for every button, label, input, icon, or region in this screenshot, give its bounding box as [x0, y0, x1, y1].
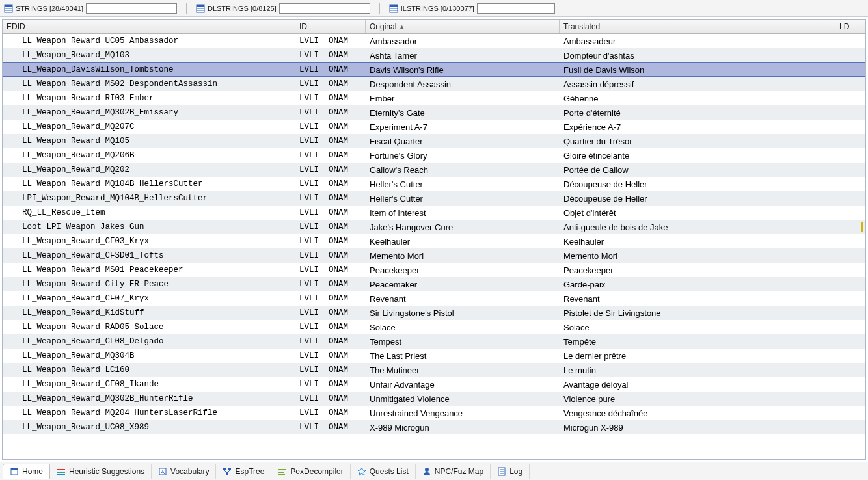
cell-edid: LL_Weapon_Reward_LC160: [3, 363, 295, 377]
cell-edid: LL_Weapon_Reward_RAD05_Solace: [3, 320, 295, 334]
table-row[interactable]: LL_Weapon_Reward_MS01_PeacekeeperLVLI ON…: [3, 263, 865, 277]
cell-edid: LL_Weapon_DavisWilson_Tombstone: [3, 62, 295, 77]
cell-ld: [835, 277, 865, 291]
bottom-tab-npc-fuz-map[interactable]: NPC/Fuz Map: [416, 464, 491, 479]
cell-edid: LL_Weapon_Reward_MQ304B: [3, 349, 295, 363]
table-row[interactable]: RQ_LL_Rescue_ItemLVLI ONAMItem of Intere…: [3, 206, 865, 220]
table-row[interactable]: LL_Weapon_Reward_MQ302B_HunterRifleLVLI …: [3, 392, 865, 406]
cell-id: LVLI ONAM: [295, 191, 366, 206]
table-row[interactable]: LL_Weapon_Reward_MQ304BLVLI ONAMThe Last…: [3, 349, 865, 363]
svg-rect-16: [57, 474, 65, 475]
bottom-tab-esptree[interactable]: EspTree: [216, 464, 271, 479]
cell-edid: LL_Weapon_Reward_UC08_X989: [3, 420, 295, 434]
table-row[interactable]: LL_Weapon_Reward_LC160LVLI ONAMThe Mutin…: [3, 363, 865, 377]
bottom-tab-pexdecompiler[interactable]: PexDecompiler: [271, 464, 350, 479]
cell-id: LVLI ONAM: [295, 377, 366, 392]
cell-edid: LL_Weapon_Reward_MQ103: [3, 48, 295, 62]
tree-icon: [223, 467, 232, 476]
table-row[interactable]: LL_Weapon_Reward_MQ103LVLI ONAMAshta Tam…: [3, 48, 865, 62]
svg-line-23: [227, 470, 230, 473]
cell-translated: Fusil de Davis Wilson: [560, 62, 835, 77]
cell-ld: [835, 320, 865, 334]
table-row[interactable]: LL_Weapon_Reward_City_ER_PeaceLVLI ONAMP…: [3, 277, 865, 291]
column-header-translated[interactable]: Translated: [560, 20, 835, 33]
tab-strings[interactable]: STRINGS [28/48041]: [4, 3, 177, 14]
table-row[interactable]: LL_Weapon_Reward_MQ302B_EmissaryLVLI ONA…: [3, 105, 865, 120]
cell-translated: Découpeuse de Heller: [560, 177, 835, 191]
tab-dlstrings[interactable]: DLSTRINGS [0/8125]: [196, 3, 370, 14]
cell-id: LVLI ONAM: [295, 91, 366, 105]
ilstrings-filter-input[interactable]: [477, 3, 555, 14]
cell-edid: LL_Weapon_Reward_City_ER_Peace: [3, 277, 295, 291]
top-toolbar: STRINGS [28/48041] DLSTRINGS [0/8125] IL…: [0, 0, 868, 17]
cell-id: LVLI ONAM: [295, 34, 366, 48]
bottom-tab-label: PexDecompiler: [290, 467, 343, 476]
table-row[interactable]: LL_Weapon_Reward_CF08_DelgadoLVLI ONAMTe…: [3, 334, 865, 349]
cell-edid: LL_Weapon_Reward_MS02_DespondentAssassin: [3, 77, 295, 91]
table-row[interactable]: LL_Weapon_Reward_MQ206BLVLI ONAMFortune'…: [3, 148, 865, 163]
bottom-tab-quests-list[interactable]: Quests List: [351, 464, 416, 479]
table-row[interactable]: LL_Weapon_Reward_MQ104B_HellersCutterLVL…: [3, 177, 865, 191]
cell-ld: [835, 306, 865, 320]
cell-edid: LL_Weapon_Reward_MQ302B_Emissary: [3, 105, 295, 120]
cell-edid: LL_Weapon_Reward_CF08_Ikande: [3, 377, 295, 392]
table-row[interactable]: LL_Weapon_Reward_RI03_EmberLVLI ONAMEmbe…: [3, 91, 865, 105]
cell-translated: Vengeance déchaînée: [560, 406, 835, 420]
table-row[interactable]: Loot_LPI_Weapon_Jakes_GunLVLI ONAMJake's…: [3, 220, 865, 234]
dlstrings-filter-input[interactable]: [279, 3, 370, 14]
bottom-tab-home[interactable]: Home: [3, 464, 50, 479]
cell-translated: Microgun X-989: [560, 420, 835, 434]
table-row[interactable]: LL_Weapon_Reward_CFSD01_ToftsLVLI ONAMMe…: [3, 248, 865, 263]
cell-edid: LL_Weapon_Reward_MQ105: [3, 134, 295, 148]
cell-ld: [835, 234, 865, 248]
cell-ld: [835, 206, 865, 220]
table-row[interactable]: LL_Weapon_Reward_KidStuffLVLI ONAMSir Li…: [3, 306, 865, 320]
column-header-id[interactable]: ID: [295, 20, 366, 33]
bottom-tab-label: Log: [509, 467, 522, 476]
tab-ilstrings[interactable]: ILSTRINGS [0/130077]: [389, 3, 555, 14]
strings-filter-input[interactable]: [86, 3, 177, 14]
cell-original: Tempest: [366, 334, 560, 349]
table-row[interactable]: LL_Weapon_Reward_CF07_KryxLVLI ONAMReven…: [3, 291, 865, 306]
column-header-ld[interactable]: LD: [835, 20, 865, 33]
cell-id: LVLI ONAM: [295, 291, 366, 306]
cell-original: The Mutineer: [366, 363, 560, 377]
table-row[interactable]: LL_Weapon_Reward_UC05_AmbassadorLVLI ONA…: [3, 34, 865, 48]
cell-id: LVLI ONAM: [295, 120, 366, 134]
cell-ld: [835, 248, 865, 263]
cell-translated: Le dernier prêtre: [560, 349, 835, 363]
bottom-tab-heuristic-suggestions[interactable]: Heuristic Suggestions: [50, 464, 152, 479]
cell-edid: RQ_LL_Rescue_Item: [3, 206, 295, 220]
table-row[interactable]: LPI_Weapon_Reward_MQ104B_HellersCutterLV…: [3, 191, 865, 206]
cell-edid: LL_Weapon_Reward_MQ302B_HunterRifle: [3, 392, 295, 406]
column-header-edid[interactable]: EDID: [3, 20, 295, 33]
table-row[interactable]: LL_Weapon_Reward_CF08_IkandeLVLI ONAMUnf…: [3, 377, 865, 392]
table-row[interactable]: LL_Weapon_Reward_RAD05_SolaceLVLI ONAMSo…: [3, 320, 865, 334]
cell-edid: LL_Weapon_Reward_MQ104B_HellersCutter: [3, 177, 295, 191]
pex-icon: [278, 467, 287, 476]
cell-id: LVLI ONAM: [295, 77, 366, 91]
cell-original: Despondent Assassin: [366, 77, 560, 91]
svg-rect-24: [278, 469, 286, 470]
table-row[interactable]: LL_Weapon_DavisWilson_TombstoneLVLI ONAM…: [3, 62, 865, 77]
table-row[interactable]: LL_Weapon_Reward_MQ105LVLI ONAMFiscal Qu…: [3, 134, 865, 148]
cell-translated: Gloire étincelante: [560, 148, 835, 163]
bottom-tab-label: Vocabulary: [170, 467, 209, 476]
svg-text:A: A: [161, 469, 165, 475]
table-row[interactable]: LL_Weapon_Reward_MQ207CLVLI ONAMExperime…: [3, 120, 865, 134]
table-body[interactable]: LL_Weapon_Reward_UC05_AmbassadorLVLI ONA…: [3, 34, 865, 459]
cell-edid: LL_Weapon_Reward_UC05_Ambassador: [3, 34, 295, 48]
table-row[interactable]: LL_Weapon_Reward_UC08_X989LVLI ONAMX-989…: [3, 420, 865, 434]
bottom-tab-log[interactable]: Log: [491, 464, 530, 479]
table-row[interactable]: LL_Weapon_Reward_MQ202LVLI ONAMGallow's …: [3, 163, 865, 177]
table-row[interactable]: LL_Weapon_Reward_MS02_DespondentAssassin…: [3, 77, 865, 91]
column-header-original[interactable]: Original ▲: [366, 20, 560, 33]
table-row[interactable]: LL_Weapon_Reward_CF03_KryxLVLI ONAMKeelh…: [3, 234, 865, 248]
cell-translated: Objet d'intérêt: [560, 206, 835, 220]
table-icon: [4, 4, 13, 13]
cell-ld: [835, 34, 865, 48]
table-row[interactable]: LL_Weapon_Reward_MQ204_HuntersLaserRifle…: [3, 406, 865, 420]
cell-original: The Last Priest: [366, 349, 560, 363]
bottom-tab-vocabulary[interactable]: AVocabulary: [152, 464, 216, 479]
cell-translated: Revenant: [560, 291, 835, 306]
